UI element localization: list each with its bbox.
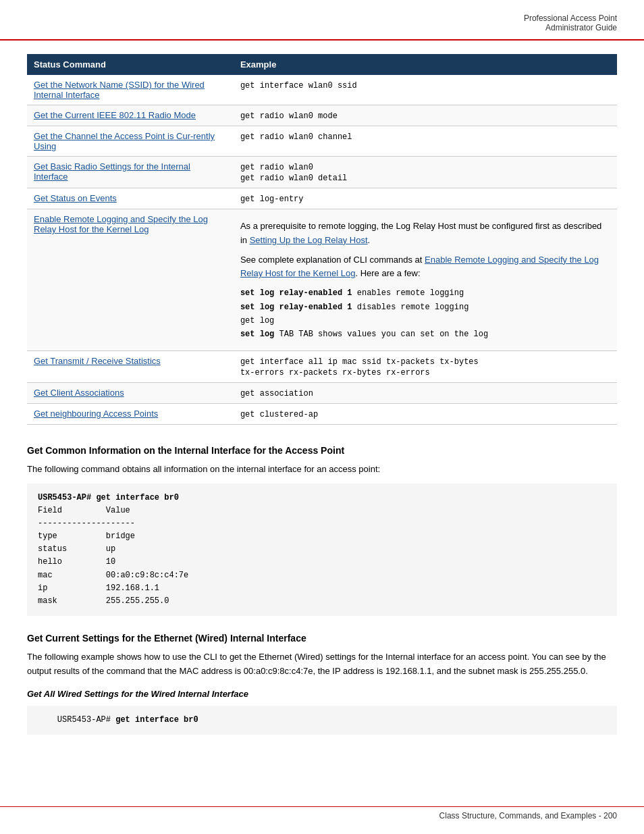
example-code-channel: get radio wlan0 channel: [240, 132, 352, 142]
section2-heading: Get Current Settings for the Ethernet (W…: [27, 633, 617, 644]
table-row: Get Client Associations get association: [27, 382, 617, 403]
example-code-transmit: get interface all ip mac ssid tx-packets…: [240, 357, 479, 377]
logging-see-text: See complete explanation of CLI commands…: [240, 253, 610, 282]
table-row: Enable Remote Logging and Specify the Lo…: [27, 209, 617, 351]
link-neighbouring-ap[interactable]: Get neighbouring Access Points: [34, 409, 158, 419]
section1-para1: The following command obtains all inform…: [27, 463, 617, 477]
link-client-assoc[interactable]: Get Client Associations: [34, 388, 124, 398]
header-line1: Professional Access Point: [524, 14, 617, 23]
footer-page-number: Class Structure, Commands, and Examples …: [439, 811, 617, 820]
logging-prereq-text: As a prerequisite to remote logging, the…: [240, 219, 610, 248]
example-code-assoc: get association: [240, 389, 313, 398]
page-content: Status Command Example Get the Network N…: [0, 54, 644, 782]
link-ssid[interactable]: Get the Network Name (SSID) for the Wire…: [34, 80, 205, 100]
table-header-command: Status Command: [27, 54, 234, 75]
table-row: Get the Current IEEE 802.11 Radio Mode g…: [27, 105, 617, 126]
page-footer: Class Structure, Commands, and Examples …: [0, 806, 644, 820]
page-header: Professional Access Point Administrator …: [0, 0, 644, 41]
section2-para1: The following example shows how to use t…: [27, 650, 617, 679]
logging-code-block: set log relay-enabled 1 enables remote l…: [240, 286, 610, 342]
table-row: Get the Network Name (SSID) for the Wire…: [27, 75, 617, 105]
table-row: Get the Channel the Access Point is Cur-…: [27, 126, 617, 157]
link-log-relay-host[interactable]: Setting Up the Log Relay Host: [250, 235, 368, 245]
table-row: Get Status on Events get log-entry: [27, 188, 617, 209]
link-remote-logging[interactable]: Enable Remote Logging and Specify the Lo…: [34, 214, 208, 234]
example-code-events: get log-entry: [240, 194, 304, 204]
table-row: Get Basic Radio Settings for the Interna…: [27, 157, 617, 188]
example-code-radio-mode: get radio wlan0 mode: [240, 111, 338, 121]
link-transmit-stats[interactable]: Get Transmit / Receive Statistics: [34, 356, 161, 366]
example-code-ssid: get interface wlan0 ssid: [240, 81, 357, 90]
link-status-events[interactable]: Get Status on Events: [34, 193, 117, 203]
section2-code: USR5453-AP# get interface br0: [27, 706, 617, 735]
status-table: Status Command Example Get the Network N…: [27, 54, 617, 425]
example-code-basic-radio: get radio wlan0get radio wlan0 detail: [240, 163, 347, 183]
example-code-neighbouring: get clustered-ap: [240, 410, 318, 419]
link-channel[interactable]: Get the Channel the Access Point is Cur-…: [34, 131, 215, 151]
table-row: Get neighbouring Access Points get clust…: [27, 403, 617, 424]
link-radio-mode[interactable]: Get the Current IEEE 802.11 Radio Mode: [34, 110, 196, 120]
section1-heading: Get Common Information on the Internal I…: [27, 445, 617, 456]
header-line2: Administrator Guide: [545, 23, 617, 32]
section2-subsection-heading: Get All Wired Settings for the Wired Int…: [27, 689, 617, 699]
table-header-example: Example: [234, 54, 617, 75]
section1-code-block: USR5453-AP# get interface br0 Field Valu…: [27, 484, 617, 617]
link-basic-radio[interactable]: Get Basic Radio Settings for the Interna…: [34, 161, 190, 182]
table-row: Get Transmit / Receive Statistics get in…: [27, 350, 617, 382]
